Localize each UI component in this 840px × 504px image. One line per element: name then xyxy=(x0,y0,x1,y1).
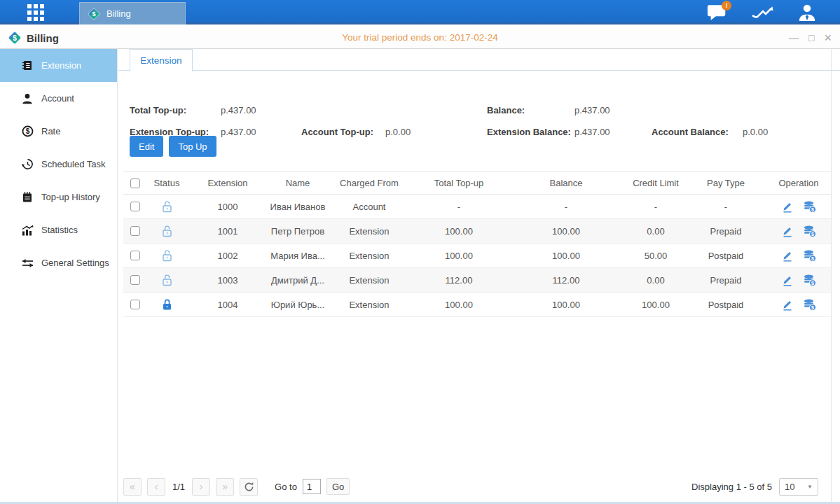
cell-charged-from: Extension xyxy=(326,251,412,261)
sidebar-item-label: Top-up History xyxy=(41,192,100,202)
svg-text:$: $ xyxy=(92,10,95,18)
last-page-button[interactable]: » xyxy=(216,478,234,496)
col-balance: Balance xyxy=(506,178,626,188)
notepad-icon xyxy=(21,191,34,203)
cell-charged-from: Extension xyxy=(326,226,412,237)
sidebar-item-general-settings[interactable]: General Settings xyxy=(0,246,117,279)
user-account-icon[interactable] xyxy=(795,2,819,23)
total-topup-value: p.437.00 xyxy=(221,105,256,115)
cell-total-topup: 100.00 xyxy=(412,300,506,310)
top-up-coins-icon[interactable]: $ xyxy=(804,225,816,237)
cell-total-topup: 100.00 xyxy=(412,251,506,261)
page-indicator: 1/1 xyxy=(172,482,185,492)
goto-label: Go to xyxy=(275,482,297,492)
window-titlebar: $ Billing Your trial period ends on: 201… xyxy=(0,27,840,49)
svg-text:$: $ xyxy=(811,304,814,310)
svg-text:$: $ xyxy=(25,127,29,135)
sidebar-item-scheduled-task[interactable]: Scheduled Task xyxy=(0,148,117,181)
row-checkbox[interactable] xyxy=(130,226,140,236)
row-checkbox[interactable] xyxy=(130,202,140,211)
cell-extension: 1001 xyxy=(186,226,269,237)
maximize-button[interactable]: □ xyxy=(808,33,814,43)
table-row: 1001 Петр Петров Extension 100.00 100.00… xyxy=(123,219,831,244)
sidebar-item-account[interactable]: Account xyxy=(0,82,117,115)
cell-credit-limit: 100.00 xyxy=(626,300,685,310)
close-button[interactable]: × xyxy=(824,33,832,43)
top-up-button[interactable]: Top Up xyxy=(169,136,216,157)
tab-extension[interactable]: Extension xyxy=(130,49,193,71)
col-credit-limit: Credit Limit xyxy=(626,178,685,188)
minimize-button[interactable]: — xyxy=(789,33,799,43)
page-size-select[interactable]: 10 ▼ xyxy=(779,478,818,496)
sidebar-item-topup-history[interactable]: Top-up History xyxy=(0,181,117,214)
sliders-icon xyxy=(21,258,34,268)
total-topup-label: Total Top-up: xyxy=(130,105,186,115)
edit-pencil-icon[interactable] xyxy=(782,201,793,213)
top-up-coins-icon[interactable]: $ xyxy=(804,201,816,213)
edit-pencil-icon[interactable] xyxy=(782,299,793,311)
svg-text:$: $ xyxy=(811,255,814,261)
top-up-coins-icon[interactable]: $ xyxy=(804,250,816,262)
sidebar-item-label: Extension xyxy=(41,60,81,71)
tab-strip xyxy=(118,49,840,71)
select-all-checkbox[interactable] xyxy=(130,178,140,188)
edit-pencil-icon[interactable] xyxy=(782,250,793,262)
first-page-button[interactable]: « xyxy=(123,478,142,496)
cell-credit-limit: 50.00 xyxy=(626,251,685,261)
lock-open-icon xyxy=(147,225,186,237)
sidebar-item-statistics[interactable]: Statistics xyxy=(0,214,117,246)
cell-total-topup: 100.00 xyxy=(412,226,506,237)
cell-pay-type: - xyxy=(685,202,766,212)
cell-credit-limit: 0.00 xyxy=(626,275,685,286)
cell-total-topup: - xyxy=(412,202,506,212)
prev-page-button[interactable]: ‹ xyxy=(147,478,165,496)
next-page-button[interactable]: › xyxy=(192,478,210,496)
cell-charged-from: Extension xyxy=(326,275,412,286)
extension-balance-value: p.437.00 xyxy=(574,127,610,137)
go-button[interactable]: Go xyxy=(326,478,350,495)
tab-extension-label: Extension xyxy=(140,55,181,66)
lock-closed-icon xyxy=(147,298,186,311)
account-topup-label: Account Top-up: xyxy=(301,127,373,137)
monitor-chart-icon[interactable] xyxy=(750,2,774,23)
account-balance-label: Account Balance: xyxy=(652,127,729,137)
cell-total-topup: 112.00 xyxy=(412,275,506,286)
refresh-button[interactable] xyxy=(240,478,258,496)
sidebar-item-rate[interactable]: $ Rate xyxy=(0,115,117,148)
edit-button[interactable]: Edit xyxy=(130,136,163,157)
cell-balance: 112.00 xyxy=(506,275,626,286)
topbar-tab-billing[interactable]: $ Billing xyxy=(79,2,186,24)
account-topup-value: p.0.00 xyxy=(385,127,411,137)
cell-credit-limit: 0.00 xyxy=(626,226,685,237)
cell-pay-type: Postpaid xyxy=(685,251,766,261)
cell-name: Дмитрий Д... xyxy=(269,275,326,286)
top-up-coins-icon[interactable]: $ xyxy=(804,274,816,286)
goto-page-input[interactable] xyxy=(303,479,321,494)
cell-name: Мария Ива... xyxy=(269,251,326,261)
row-checkbox[interactable] xyxy=(130,275,140,285)
row-checkbox[interactable] xyxy=(130,300,140,309)
cell-extension: 1002 xyxy=(186,251,269,261)
lock-open-icon xyxy=(147,200,186,213)
cell-charged-from: Account xyxy=(326,202,412,212)
messages-icon[interactable]: ! xyxy=(705,2,729,23)
apps-grid-icon[interactable] xyxy=(27,4,45,21)
user-icon xyxy=(21,93,34,104)
billing-diamond-icon: $ xyxy=(7,30,22,46)
edit-pencil-icon[interactable] xyxy=(782,225,793,237)
top-up-coins-icon[interactable]: $ xyxy=(804,299,816,311)
table-row: 1003 Дмитрий Д... Extension 112.00 112.0… xyxy=(123,268,831,293)
edit-pencil-icon[interactable] xyxy=(782,274,793,286)
cell-balance: 100.00 xyxy=(506,226,626,237)
col-status: Status xyxy=(147,178,186,188)
sidebar-item-label: Account xyxy=(41,93,74,104)
table-header-row: Status Extension Name Charged From Total… xyxy=(123,172,831,195)
cell-pay-type: Prepaid xyxy=(685,226,766,237)
window-title: Billing xyxy=(27,32,59,44)
cell-name: Иван Иванов xyxy=(269,202,326,212)
sidebar-item-extension[interactable]: Extension xyxy=(0,49,117,82)
billing-summary: Total Top-up: p.437.00 Balance: p.437.00… xyxy=(118,71,840,162)
row-checkbox[interactable] xyxy=(130,251,140,260)
balance-label: Balance: xyxy=(487,105,525,115)
svg-text:$: $ xyxy=(811,206,814,212)
